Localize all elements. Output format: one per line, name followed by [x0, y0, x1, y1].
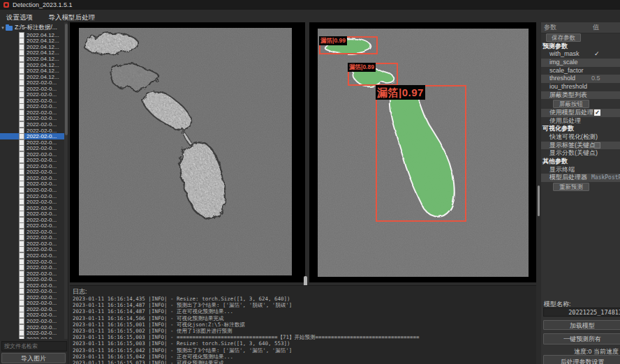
model-name-field[interactable]: 20221225_174813 — [543, 308, 620, 317]
tree-item[interactable]: 2022.04.12... — [0, 62, 64, 68]
params-header-value: 值 — [593, 22, 599, 33]
param-row[interactable]: 显示标签(关键点) — [541, 142, 620, 150]
param-action-button[interactable]: 屏蔽按钮 — [553, 100, 589, 108]
load-model-button[interactable]: 加载模型 — [543, 320, 620, 330]
original-image-panel[interactable] — [70, 22, 305, 282]
tree-item[interactable]: 2022-02-0... — [0, 229, 64, 235]
tree-item[interactable]: 2022.04.12... — [0, 74, 64, 80]
param-row[interactable]: 使用模型后处理✓ — [541, 109, 620, 117]
tree-item[interactable]: 2022-02-0... — [0, 187, 64, 193]
param-label: img_scale — [549, 59, 578, 67]
menu-bar: 设置选项 导入模型后处理 — [0, 10, 620, 23]
tree-item[interactable]: 2022.04.12... — [0, 56, 64, 62]
tree-item[interactable]: 2022-02-0... — [0, 217, 64, 223]
tree-item[interactable]: 2022-02-0... — [0, 169, 64, 176]
tree-item[interactable]: 2022.04.12... — [0, 32, 64, 38]
predict-all-button[interactable]: 一键预测所有 — [543, 333, 620, 344]
param-row[interactable]: 使用后处理 — [541, 117, 620, 126]
params-table: 保存参数预测参数with_mask✓img_scalescale_factort… — [541, 33, 620, 192]
tree-item[interactable]: 2022-02-0... — [0, 330, 64, 336]
tree-item[interactable]: 2022-02-0... — [0, 247, 64, 253]
param-row[interactable]: threshold0.5 — [541, 75, 620, 83]
param-row[interactable]: with_mask✓ — [541, 50, 620, 59]
tree-item[interactable]: 2022-02-0... — [0, 301, 64, 307]
tree-item[interactable]: 2022-02-0... — [0, 252, 64, 259]
check-mark-icon: ✓ — [594, 50, 600, 59]
param-row[interactable]: 快速可视化(检测) — [541, 133, 620, 142]
tree-item[interactable]: 2022-02-0... — [0, 235, 64, 241]
log-line: 2023-01-11 16:16:15,001 |INFO| - 可视化json… — [73, 321, 420, 328]
tree-item[interactable]: 2022-02-0... — [0, 145, 64, 151]
tree-item[interactable]: 2022-02-0... — [0, 157, 64, 163]
log-line: 2023-01-11 16:16:14,487 |INFO| - 预测出了3个结… — [73, 302, 420, 308]
tree-item[interactable]: 2022-02-0... — [0, 282, 64, 289]
tree-item[interactable]: 2022-02-0... — [0, 336, 64, 339]
tree-item[interactable]: 2022-02-0... — [0, 109, 64, 116]
postprocess-settings-button[interactable]: 后处理参数设置 — [543, 355, 620, 364]
param-row[interactable]: img_scale — [541, 59, 620, 67]
tree-item[interactable]: 2022.04.12... — [0, 68, 64, 74]
tree-item[interactable]: 2022-02-0... — [0, 318, 64, 324]
tree-item[interactable]: 2022-02-0... — [0, 241, 64, 247]
tree-item[interactable]: 2022-02-0... — [0, 205, 64, 211]
param-label: scale_factor — [549, 67, 584, 75]
file-tree: ▾ Z:/5-标注数据/... 2022.04.12...2022.04.12.… — [0, 22, 64, 339]
tree-item[interactable]: 2022-02-0... — [0, 271, 64, 277]
tree-item[interactable]: 2022.04.12... — [0, 44, 64, 50]
log-line: 2023-01-11 16:16:15,003 |INFO| - =======… — [73, 334, 420, 340]
tree-item[interactable]: 2022-02-0... — [0, 276, 64, 282]
tree-item-selected[interactable]: 2022-02-0... — [0, 133, 64, 139]
param-row[interactable]: 模型后处理器MaskPostPro — [541, 174, 620, 182]
tree-item[interactable]: 2022-02-0... — [0, 116, 64, 122]
tree-item[interactable]: 2022-02-0... — [0, 294, 64, 301]
log-lines: 2023-01-11 16:16:14,435 |INFO| - Resize:… — [73, 296, 420, 364]
tree-item[interactable]: 2022-02-0... — [0, 223, 64, 229]
tree-item[interactable]: 2022-02-0... — [0, 259, 64, 265]
tree-item[interactable]: 2022-02-0... — [0, 324, 64, 331]
tree-item[interactable]: 2022-02-0... — [0, 264, 64, 271]
tree-item[interactable]: 2022-02-0... — [0, 86, 64, 92]
param-label: threshold — [549, 75, 575, 83]
param-row[interactable]: iou_threshold — [541, 83, 620, 91]
param-value: MaskPostPro — [591, 174, 620, 182]
tree-item[interactable]: 2022-02-0... — [0, 181, 64, 188]
tree-scrollbar[interactable] — [64, 22, 68, 339]
param-row[interactable]: scale_factor — [541, 67, 620, 75]
param-action-button[interactable]: 重新预测 — [553, 183, 589, 191]
param-row[interactable]: 屏蔽类型列表 — [541, 91, 620, 100]
tree-root[interactable]: ▾ Z:/5-标注数据/... — [0, 22, 64, 32]
tree-item[interactable]: 2022-02-0... — [0, 211, 64, 217]
tree-item[interactable]: 2022-02-0... — [0, 199, 64, 205]
tree-scrollbar-thumb[interactable] — [65, 24, 68, 135]
tree-item[interactable]: 2022-02-0... — [0, 175, 64, 181]
tree-item[interactable]: 2022-02-0... — [0, 306, 64, 312]
tree-item[interactable]: 2022-02-0... — [0, 151, 64, 158]
prediction-image-panel[interactable]: 漏箔|0.99漏箔|0.89漏箔|0.97 — [309, 22, 536, 282]
checkbox-checked[interactable]: ✓ — [594, 109, 600, 116]
tree-item[interactable]: 2022-02-0... — [0, 193, 64, 199]
tree-item[interactable]: 2022-02-0... — [0, 121, 64, 128]
tree-item[interactable]: 2022-02-0... — [0, 128, 64, 134]
tree-item[interactable]: 2022-02-0... — [0, 312, 64, 319]
param-row[interactable]: 显示分数(关键点) — [541, 149, 620, 158]
tree-item[interactable]: 2022-02-0... — [0, 163, 64, 169]
tree-item[interactable]: 2022.04.12... — [0, 50, 64, 56]
param-label: iou_threshold — [549, 83, 587, 91]
tree-item[interactable]: 2022-02-0... — [0, 98, 64, 104]
tree-item[interactable]: 2022-02-0... — [0, 79, 64, 86]
expand-arrow-icon[interactable]: ▾ — [0, 25, 6, 31]
param-row[interactable]: 显示终端 — [541, 166, 620, 174]
tree-root-label: Z:/5-标注数据/... — [15, 24, 57, 32]
checkbox-unchecked[interactable] — [594, 142, 600, 149]
tree-item[interactable]: 2022-02-0... — [0, 104, 64, 110]
tree-item[interactable]: 2022.04.12... — [0, 38, 64, 45]
tree-item[interactable]: 2022-02-0... — [0, 91, 64, 98]
tree-item[interactable]: 2022-02-0... — [0, 289, 64, 295]
vertical-splitter-handle[interactable] — [538, 185, 540, 216]
tree-item[interactable]: 2022-02-0... — [0, 139, 64, 146]
param-label: 显示终端 — [549, 166, 575, 174]
import-images-button[interactable]: 导入图片 — [1, 353, 66, 363]
file-icon — [19, 336, 24, 339]
param-action-button[interactable]: 保存参数 — [546, 33, 581, 42]
file-search-input[interactable] — [1, 341, 67, 351]
